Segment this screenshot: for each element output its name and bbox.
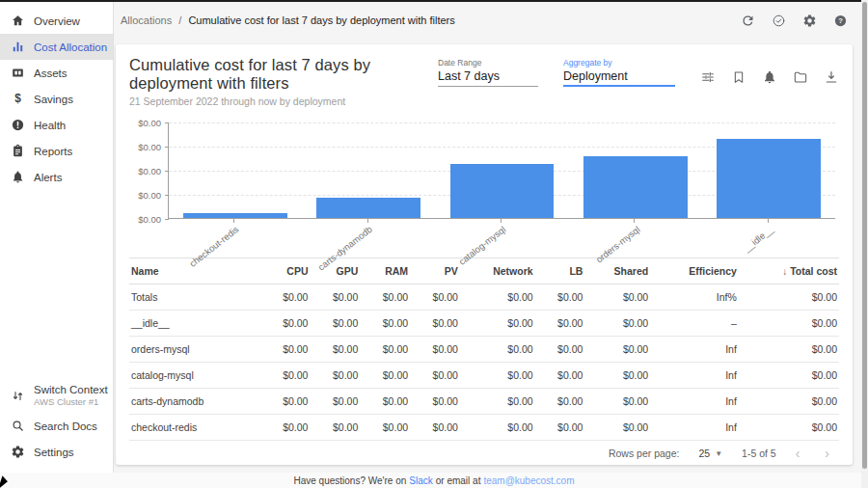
- column-header-shared[interactable]: Shared: [584, 258, 650, 285]
- rows-per-page-label: Rows per page:: [609, 447, 680, 459]
- sidebar-item-savings[interactable]: $Savings: [0, 86, 113, 112]
- table-row-totals[interactable]: Totals$0.00$0.00$0.00$0.00$0.00$0.00$0.0…: [129, 285, 839, 311]
- column-header-pv[interactable]: PV: [410, 258, 460, 285]
- rows-per-page-select[interactable]: 25 ▼: [698, 447, 722, 459]
- tune-icon[interactable]: [700, 69, 716, 85]
- table-cell: $0.00: [739, 311, 839, 337]
- chart-bar-carts-dynamodb[interactable]: [316, 198, 420, 218]
- table-cell: $0.00: [260, 311, 311, 337]
- pagination-range: 1-5 of 5: [742, 447, 776, 459]
- sidebar-item-health[interactable]: Health: [0, 112, 113, 138]
- chevron-left-icon[interactable]: ‹: [796, 447, 800, 460]
- footer-text: Have questions? We're on: [293, 475, 406, 486]
- aggregate-by-value[interactable]: Deployment: [563, 69, 675, 87]
- cost-bar-chart: $0.00$0.00$0.00$0.00$0.00 checkout-redis…: [129, 122, 835, 256]
- chart-bar--idle-[interactable]: [717, 139, 821, 218]
- sidebar-item-text: Overview: [34, 15, 80, 27]
- column-header-total-cost[interactable]: ↓Total cost: [739, 258, 839, 285]
- email-link[interactable]: team@kubecost.com: [483, 475, 574, 486]
- download-icon[interactable]: [824, 69, 839, 85]
- vertical-scrollbar[interactable]: [861, 0, 868, 488]
- sidebar-item-label: Settings: [34, 447, 74, 458]
- folder-icon[interactable]: [793, 69, 808, 85]
- dollar-icon: $: [11, 92, 25, 106]
- sidebar-item-alerts[interactable]: Alerts: [0, 164, 113, 190]
- sidebar-item-label: Overview: [34, 15, 80, 27]
- table-cell: $0.00: [310, 285, 360, 311]
- breadcrumb: Allocations / Cumulative cost for last 7…: [121, 14, 455, 26]
- aggregate-by-field[interactable]: Aggregate by Deployment: [563, 58, 675, 87]
- table-row-checkout-redis[interactable]: checkout-redis$0.00$0.00$0.00$0.00$0.00$…: [129, 415, 839, 441]
- sidebar-item-text: Health: [34, 120, 66, 131]
- date-range-field[interactable]: Date Range Last 7 days: [438, 58, 538, 87]
- table-cell: $0.00: [410, 363, 460, 389]
- table-cell: $0.00: [535, 285, 585, 311]
- allocation-table: NameCPUGPURAMPVNetworkLBSharedEfficiency…: [129, 258, 839, 441]
- sidebar-item-cost-allocation[interactable]: Cost Allocation: [0, 34, 113, 60]
- sidebar-bottom-nav: Switch ContextAWS Cluster #1Search DocsS…: [0, 372, 113, 473]
- y-axis-tick-label: $0.00: [138, 190, 161, 201]
- table-row--idle-[interactable]: __idle__$0.00$0.00$0.00$0.00$0.00$0.00$0…: [129, 311, 839, 337]
- bell-icon: [11, 170, 25, 184]
- sidebar-item-switch-context[interactable]: Switch ContextAWS Cluster #1: [0, 378, 113, 413]
- check-circle-icon[interactable]: [772, 14, 786, 28]
- chart-plot-area: [168, 122, 835, 219]
- table-cell: $0.00: [535, 415, 585, 441]
- sidebar-item-label: Reports: [34, 146, 72, 157]
- slack-link[interactable]: Slack: [409, 475, 432, 486]
- sidebar-item-settings[interactable]: Settings: [0, 439, 113, 465]
- chart-bar-orders-mysql[interactable]: [583, 156, 688, 218]
- x-axis-slot: orders-mysql: [568, 219, 701, 256]
- chart-bar-catalog-mysql[interactable]: [450, 164, 555, 218]
- svg-text:$: $: [14, 92, 21, 105]
- column-header-cpu[interactable]: CPU: [260, 258, 311, 285]
- breadcrumb-parent[interactable]: Allocations: [121, 14, 172, 26]
- table-cell: –: [650, 311, 739, 337]
- table-cell: Totals: [129, 285, 260, 311]
- chevron-right-icon[interactable]: ›: [825, 447, 829, 460]
- column-header-network[interactable]: Network: [460, 258, 535, 285]
- chart-x-axis: checkout-rediscarts-dynamodbcatalog-mysq…: [168, 219, 835, 256]
- table-cell: $0.00: [260, 389, 311, 415]
- x-axis-slot: catalog-mysql: [435, 219, 568, 256]
- column-header-lb[interactable]: LB: [535, 258, 585, 285]
- window-top-strip: [0, 0, 868, 2]
- sidebar-item-search-docs[interactable]: Search Docs: [0, 413, 113, 439]
- sidebar-item-label: Health: [34, 120, 66, 131]
- table-cell: Inf: [650, 337, 739, 363]
- sidebar-item-overview[interactable]: Overview: [0, 8, 113, 34]
- chart-bars: [169, 122, 835, 218]
- switch-context-icon: [11, 389, 25, 403]
- column-header-ram[interactable]: RAM: [360, 258, 410, 285]
- y-axis-tick-label: $0.00: [138, 118, 161, 128]
- gear-icon[interactable]: [802, 14, 817, 28]
- chart-bar-checkout-redis[interactable]: [183, 213, 287, 218]
- table-row-catalog-mysql[interactable]: catalog-mysql$0.00$0.00$0.00$0.00$0.00$0…: [129, 363, 839, 389]
- date-range-label: Date Range: [438, 58, 538, 68]
- table-cell: $0.00: [584, 285, 650, 311]
- table-row-orders-mysql[interactable]: orders-mysql$0.00$0.00$0.00$0.00$0.00$0.…: [129, 337, 839, 363]
- date-range-value[interactable]: Last 7 days: [438, 69, 538, 87]
- scrollbar-thumb[interactable]: [862, 2, 867, 469]
- table-cell: $0.00: [360, 311, 410, 337]
- bar-slot: [702, 122, 835, 218]
- sidebar-item-label: Assets: [34, 68, 68, 79]
- sidebar-item-reports[interactable]: Reports: [0, 138, 113, 164]
- table-header-row: NameCPUGPURAMPVNetworkLBSharedEfficiency…: [129, 258, 839, 285]
- table-cell: $0.00: [739, 363, 839, 389]
- sidebar-item-label: Switch Context: [34, 384, 108, 395]
- sidebar-item-text: Assets: [34, 68, 68, 79]
- refresh-icon[interactable]: [741, 14, 755, 28]
- sidebar-item-text: Savings: [34, 94, 73, 105]
- help-icon[interactable]: ?: [833, 14, 848, 28]
- sidebar-item-assets[interactable]: Assets: [0, 60, 113, 86]
- sidebar-item-label: Savings: [34, 94, 73, 105]
- column-header-efficiency[interactable]: Efficiency: [650, 258, 739, 285]
- table-cell: catalog-mysql: [129, 363, 260, 389]
- table-cell: $0.00: [460, 285, 535, 311]
- table-row-carts-dynamodb[interactable]: carts-dynamodb$0.00$0.00$0.00$0.00$0.00$…: [129, 389, 839, 415]
- bell-icon[interactable]: [762, 69, 777, 85]
- table-cell: $0.00: [584, 363, 650, 389]
- bookmark-icon[interactable]: [731, 69, 746, 85]
- footer: Have questions? We're on Slack or email …: [0, 473, 868, 488]
